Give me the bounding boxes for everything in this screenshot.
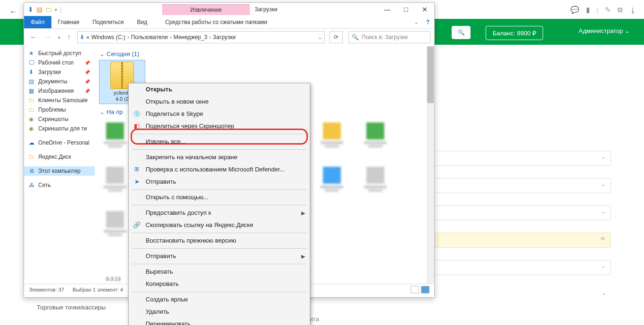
view-details[interactable]	[411, 286, 419, 293]
tab-file[interactable]: Файл	[24, 16, 51, 28]
nav-yandex-disk[interactable]: 🗀Яндекс.Диск	[24, 152, 95, 162]
search-button[interactable]: 🔍	[452, 26, 471, 39]
ctx-send-to[interactable]: Отправить▶	[129, 250, 310, 262]
properties-icon[interactable]: ▤	[36, 6, 42, 13]
ctx-open-new-window[interactable]: Открыть в новом окне	[129, 96, 310, 108]
selection-info: Выбран 1 элемент: 4	[73, 287, 123, 292]
quick-access-toolbar: ⬇ ▤ 🗀 ▾ |	[24, 6, 66, 13]
admin-menu[interactable]: Администратор ⌄	[579, 27, 630, 34]
ctx-copy-yadisk-link[interactable]: 🔗Скопировать ссылку на Яндекс.Диске	[129, 219, 310, 231]
folder-icon[interactable]: 🗀	[45, 6, 52, 13]
view-icons[interactable]	[421, 286, 429, 293]
titlebar: ⬇ ▤ 🗀 ▾ | Извлечение Загрузки — □ ✕	[24, 3, 434, 16]
ctx-open-with[interactable]: Открыть с помощью...	[129, 191, 310, 203]
qat-dropdown[interactable]: ▾	[55, 7, 57, 12]
navigation-pane: ★Быстрый доступ 🖵Рабочий стол📌 ⬇Загрузки…	[24, 46, 95, 284]
scrollbar[interactable]	[427, 46, 434, 284]
refresh-button[interactable]: ⟳	[330, 31, 343, 43]
ctx-restore-version[interactable]: Восстановить прежнюю версию	[129, 235, 310, 247]
ctx-copy[interactable]: Копировать	[129, 278, 310, 290]
tab-share[interactable]: Поделиться	[86, 16, 130, 28]
nav-desktop[interactable]: 🖵Рабочий стол📌	[24, 58, 95, 67]
item-count: Элементов: 37	[29, 287, 64, 292]
group-today[interactable]: ⌄Сегодня (1)	[99, 50, 429, 57]
download-icon[interactable]: ⭳	[629, 6, 636, 14]
ctx-share-skype[interactable]: ⓈПоделиться в Skype	[129, 108, 310, 120]
ctx-share-screenshoter[interactable]: ◧Поделиться через Скриншотер	[129, 120, 310, 132]
nav-recent[interactable]: ▾	[56, 35, 62, 40]
minimize-button[interactable]: —	[378, 3, 396, 16]
nav-screenshots[interactable]: ◉Скриншоты	[24, 114, 95, 124]
address-bar[interactable]: ⬇ « Windows (C:)› Пользователи› Менеджер…	[77, 31, 325, 43]
nav-network[interactable]: 🖧Сеть	[24, 180, 95, 190]
ctx-open[interactable]: Открыть	[129, 83, 310, 96]
chat-icon[interactable]: 💬	[570, 6, 579, 14]
download-icon: ⬇	[80, 34, 84, 41]
nav-problems[interactable]: 🗀Проблемы	[24, 105, 95, 114]
ctx-extract-all[interactable]: Извлечь все...	[129, 136, 310, 148]
browser-toolbar-icons: 💬 ▮ | ✎ ⧉ ⭳	[570, 6, 636, 14]
maximize-button[interactable]: □	[396, 3, 415, 16]
context-menu: Открыть Открыть в новом окне ⓈПоделиться…	[128, 83, 310, 325]
close-button[interactable]: ✕	[415, 3, 434, 16]
nav-up[interactable]: ↑	[65, 33, 73, 41]
nav-downloads[interactable]: ⬇Загрузки📌	[24, 67, 95, 77]
nav-forward: →	[42, 33, 53, 41]
nav-quick-access[interactable]: ★Быстрый доступ	[24, 49, 95, 58]
section-label: Торговые точки/кассиры	[37, 304, 106, 311]
download-icon[interactable]: ⬇	[28, 6, 33, 13]
ctx-pin-start[interactable]: Закрепить на начальном экране	[129, 151, 310, 163]
extensions-icon[interactable]: ⧉	[618, 6, 623, 14]
nav-pictures[interactable]: ▦Изображения📌	[24, 86, 95, 96]
ctx-cut[interactable]: Вырезать	[129, 266, 310, 278]
version-label: 0.3.13	[106, 276, 121, 282]
nav-documents[interactable]: ▤Документы📌	[24, 77, 95, 86]
nav-screenshots-2[interactable]: ◉Скриншоты для ти	[24, 124, 95, 133]
tab-view[interactable]: Вид	[130, 16, 154, 28]
nav-onedrive[interactable]: ☁OneDrive - Personal	[24, 138, 95, 147]
back-arrow[interactable]: ←	[9, 8, 17, 16]
window-title: Загрузки	[255, 6, 277, 13]
contextual-tab-extract[interactable]: Извлечение	[162, 4, 250, 15]
search-box[interactable]: 🔍 Поиск в: Загрузки	[348, 31, 430, 43]
bookmark-icon[interactable]: ▮	[586, 6, 590, 14]
edit-icon[interactable]: ✎	[605, 6, 611, 14]
ctx-delete[interactable]: Удалить	[129, 306, 310, 318]
ctx-send[interactable]: ➤Отправить	[129, 176, 310, 188]
nav-this-pc[interactable]: 🖥Этот компьютер	[24, 166, 95, 176]
nav-clients[interactable]: 🗀Клиенты Samosale	[24, 96, 95, 105]
ribbon-tabs: Файл Главная Поделиться Вид Средства раб…	[24, 16, 434, 29]
ctx-defender-scan[interactable]: ⛨Проверка с использованием Microsoft Def…	[129, 163, 310, 176]
balance-badge[interactable]: Баланс: 8900 ₽	[486, 26, 543, 40]
search-icon: 🔍	[352, 34, 359, 41]
tab-compressed-tools[interactable]: Средства работы со сжатыми папками	[158, 16, 274, 28]
help-icon[interactable]: ?	[421, 16, 434, 28]
nav-back[interactable]: ←	[28, 33, 39, 41]
ctx-share-access[interactable]: Предоставить доступ к▶	[129, 207, 310, 219]
ctx-create-shortcut[interactable]: Создать ярлык	[129, 293, 310, 306]
tab-home[interactable]: Главная	[51, 16, 86, 28]
address-bar-row: ← → ▾ ↑ ⬇ « Windows (C:)› Пользователи› …	[24, 29, 434, 46]
ctx-rename[interactable]: Переименовать	[129, 318, 310, 325]
ribbon-collapse[interactable]: ⌄	[411, 16, 421, 28]
